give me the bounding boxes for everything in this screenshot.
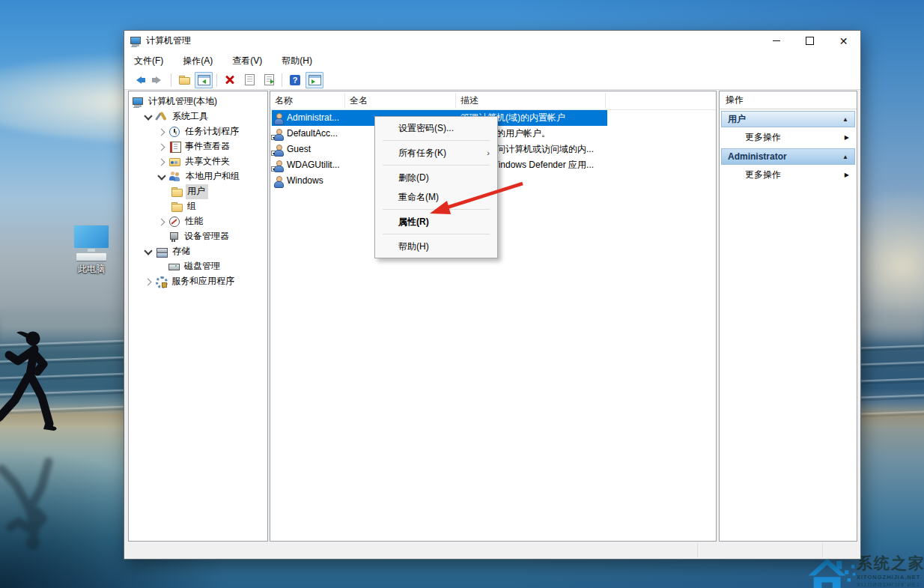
menu-item-label: 所有任务(K) bbox=[398, 148, 446, 158]
toolbar-separator bbox=[171, 73, 171, 87]
cell-name: WDAGUtilit... bbox=[287, 157, 348, 173]
menu-separator bbox=[383, 165, 490, 166]
tree-item-storage[interactable]: 存储 bbox=[129, 244, 267, 259]
collapse-icon[interactable]: ▲ bbox=[842, 154, 848, 160]
system-tools-icon bbox=[156, 111, 168, 123]
titlebar[interactable]: 计算机管理 ✕ bbox=[124, 31, 860, 51]
submenu-chevron-icon: › bbox=[487, 143, 490, 163]
chevron-placeholder bbox=[158, 264, 164, 270]
tree-item-label: 设备管理器 bbox=[183, 229, 232, 244]
minimize-button[interactable] bbox=[759, 31, 793, 51]
tree-item-label: 计算机管理(本地) bbox=[147, 94, 220, 109]
app-icon bbox=[130, 35, 142, 47]
tree-item-label: 系统工具 bbox=[171, 109, 211, 124]
forward-icon bbox=[152, 76, 165, 84]
more-actions-administrator[interactable]: 更多操作 ▶ bbox=[721, 166, 855, 184]
delete-x-icon bbox=[225, 75, 235, 85]
close-button[interactable]: ✕ bbox=[827, 31, 860, 51]
actions-section-title: Administrator bbox=[728, 151, 787, 162]
submenu-arrow-icon: ▶ bbox=[845, 134, 849, 141]
cell-name: Guest bbox=[287, 142, 348, 157]
menu-item-all-tasks[interactable]: 所有任务(K) › bbox=[375, 143, 497, 163]
export-list-button[interactable] bbox=[260, 72, 278, 88]
maximize-button[interactable] bbox=[793, 31, 827, 51]
menu-item-help[interactable]: 帮助(H) bbox=[375, 237, 497, 256]
tree-item-label: 组 bbox=[186, 199, 199, 214]
device-manager-icon bbox=[168, 231, 180, 243]
tree-item-task-scheduler[interactable]: 任务计划程序 bbox=[129, 124, 267, 139]
statusbar-divider bbox=[697, 543, 698, 557]
submenu-arrow-icon: ▶ bbox=[845, 172, 849, 178]
show-console-tree-button[interactable] bbox=[195, 72, 213, 88]
up-one-level-button[interactable] bbox=[175, 72, 193, 88]
tree-item-services-and-applications[interactable]: 服务和应用程序 bbox=[129, 274, 267, 289]
menu-file[interactable]: 文件(F) bbox=[124, 51, 173, 71]
back-button[interactable] bbox=[130, 72, 148, 88]
toolbar-separator bbox=[282, 73, 282, 87]
menu-item-set-password[interactable]: 设置密码(S)... bbox=[375, 118, 497, 138]
menu-item-delete[interactable]: 删除(D) bbox=[375, 168, 497, 187]
disabled-badge-icon bbox=[271, 166, 276, 172]
more-actions-users[interactable]: 更多操作 ▶ bbox=[721, 128, 855, 147]
user-icon-disabled bbox=[273, 144, 284, 155]
tree-item-label: 服务和应用程序 bbox=[170, 274, 237, 289]
chevron-expanded-icon[interactable] bbox=[144, 112, 152, 120]
tree-item-event-viewer[interactable]: 事件查看器 bbox=[129, 139, 267, 154]
menu-separator bbox=[383, 209, 490, 210]
window-statusbar bbox=[124, 542, 860, 559]
local-users-icon bbox=[169, 171, 181, 183]
tree-item-label: 磁盘管理 bbox=[183, 259, 223, 274]
tree-item-device-manager[interactable]: 设备管理器 bbox=[129, 229, 267, 244]
actions-section-administrator[interactable]: Administrator ▲ bbox=[721, 148, 855, 165]
tree-item-groups[interactable]: 组 bbox=[129, 199, 267, 214]
column-header-full-name[interactable]: 全名 bbox=[345, 93, 456, 108]
actions-section-users[interactable]: 用户 ▲ bbox=[721, 111, 855, 127]
menu-separator bbox=[383, 234, 490, 234]
menu-action[interactable]: 操作(A) bbox=[173, 51, 222, 71]
collapse-icon[interactable]: ▲ bbox=[842, 116, 848, 123]
disabled-badge-icon bbox=[271, 135, 276, 140]
menu-separator bbox=[383, 140, 490, 141]
services-icon bbox=[155, 276, 167, 288]
chevron-collapsed-icon[interactable] bbox=[158, 143, 165, 151]
minimize-icon bbox=[773, 40, 780, 41]
more-actions-label: 更多操作 bbox=[745, 169, 781, 181]
tree-item-computer-management-local[interactable]: 计算机管理(本地) bbox=[129, 94, 267, 109]
runner-silhouette bbox=[0, 328, 67, 446]
tree-item-label: 存储 bbox=[171, 244, 193, 259]
menu-view[interactable]: 查看(V) bbox=[222, 51, 272, 71]
chevron-collapsed-icon[interactable] bbox=[158, 128, 165, 136]
menu-help[interactable]: 帮助(H) bbox=[272, 51, 322, 71]
user-icon-disabled bbox=[273, 128, 284, 139]
column-header-name[interactable]: 名称 bbox=[270, 93, 345, 108]
chevron-collapsed-icon[interactable] bbox=[158, 158, 165, 166]
delete-button[interactable] bbox=[221, 72, 239, 88]
tree-item-disk-management[interactable]: 磁盘管理 bbox=[129, 259, 267, 274]
help-button[interactable]: ? bbox=[286, 72, 304, 88]
export-list-icon bbox=[264, 74, 274, 85]
desktop-icon-this-pc[interactable]: 此电脑 bbox=[67, 225, 115, 276]
show-action-pane-button[interactable] bbox=[306, 72, 323, 88]
tree-item-local-users-and-groups[interactable]: 本地用户和组 bbox=[129, 169, 267, 184]
chevron-expanded-icon[interactable] bbox=[157, 172, 165, 180]
properties-icon bbox=[245, 74, 255, 85]
menu-item-rename[interactable]: 重命名(M) bbox=[375, 187, 497, 207]
folder-icon bbox=[171, 201, 183, 213]
menu-bar: 文件(F) 操作(A) 查看(V) 帮助(H) bbox=[124, 51, 860, 70]
chevron-expanded-icon[interactable] bbox=[144, 246, 152, 255]
tree-item-system-tools[interactable]: 系统工具 bbox=[129, 109, 267, 124]
menu-item-properties[interactable]: 属性(R) bbox=[375, 212, 497, 231]
back-icon bbox=[133, 76, 145, 84]
this-pc-keyboard bbox=[76, 253, 106, 261]
tree-item-users[interactable]: 用户 bbox=[129, 184, 267, 199]
computer-icon bbox=[132, 96, 144, 108]
shared-folders-icon bbox=[168, 156, 180, 168]
chevron-collapsed-icon[interactable] bbox=[145, 278, 152, 285]
tree-item-shared-folders[interactable]: 共享文件夹 bbox=[129, 154, 267, 169]
tree-item-label: 本地用户和组 bbox=[184, 169, 243, 184]
forward-button[interactable] bbox=[149, 72, 167, 88]
properties-button[interactable] bbox=[240, 72, 258, 88]
chevron-collapsed-icon[interactable] bbox=[158, 218, 165, 225]
column-header-description[interactable]: 描述 bbox=[456, 93, 606, 108]
tree-item-performance[interactable]: 性能 bbox=[129, 214, 267, 229]
